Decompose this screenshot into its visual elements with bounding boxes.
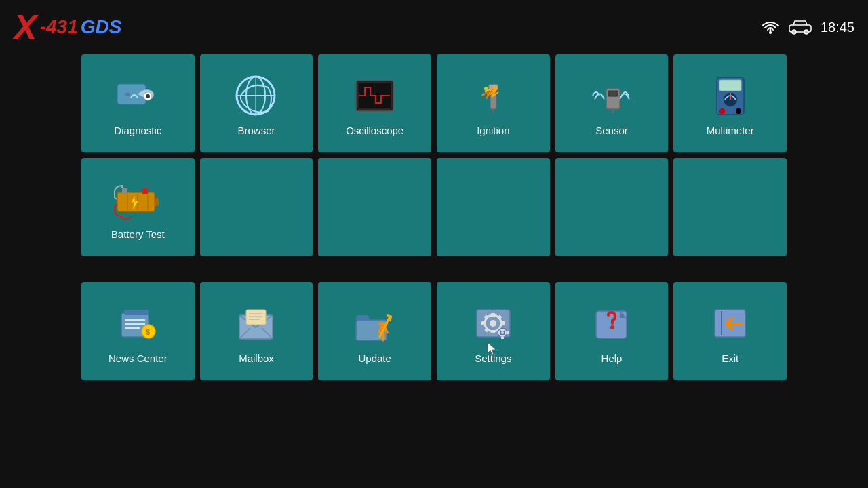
tile-multimeter[interactable]: Multimeter: [673, 54, 787, 152]
update-label: Update: [358, 352, 391, 364]
svg-rect-34: [122, 188, 127, 194]
svg-point-71: [610, 325, 614, 329]
svg-rect-57: [481, 321, 485, 325]
tile-exit[interactable]: Exit: [673, 282, 787, 380]
tile-empty-4: [555, 158, 669, 256]
mailbox-label: Mailbox: [239, 352, 274, 364]
diagnostic-label: Diagnostic: [114, 125, 161, 136]
tile-diagnostic[interactable]: Diagnostic: [81, 54, 195, 152]
svg-point-65: [501, 331, 504, 334]
oscilloscope-label: Oscilloscope: [346, 125, 403, 136]
svg-point-27: [719, 108, 725, 114]
tile-oscilloscope[interactable]: Oscilloscope: [318, 54, 431, 152]
svg-point-28: [736, 108, 741, 114]
svg-rect-56: [491, 330, 495, 333]
tile-ignition[interactable]: Ignition: [437, 54, 550, 152]
svg-rect-68: [498, 331, 500, 334]
browser-icon: [233, 72, 280, 119]
ignition-icon: [469, 72, 517, 119]
tile-help[interactable]: Help: [555, 282, 669, 380]
battery-test-icon: [114, 176, 161, 223]
tile-empty-5: [673, 158, 787, 256]
svg-rect-69: [507, 331, 509, 334]
svg-rect-58: [502, 321, 505, 325]
browser-label: Browser: [237, 125, 275, 136]
multimeter-label: Multimeter: [707, 125, 754, 136]
apps-row-3: $ News Center: [81, 282, 787, 380]
battery-test-label: Battery Test: [111, 228, 165, 240]
help-icon: [588, 300, 635, 347]
car-icon: [788, 20, 812, 35]
tile-settings[interactable]: Settings: [437, 282, 550, 380]
help-label: Help: [601, 352, 623, 364]
clock: 18:45: [821, 20, 854, 35]
svg-rect-55: [491, 313, 495, 317]
ignition-label: Ignition: [477, 125, 509, 136]
logo: X -431 GDS: [14, 9, 121, 45]
svg-point-54: [490, 320, 496, 327]
svg-rect-35: [142, 188, 148, 194]
logo-gds: GDS: [81, 16, 122, 38]
svg-rect-37: [124, 310, 149, 315]
status-bar: 18:45: [761, 20, 854, 35]
svg-point-0: [769, 31, 772, 34]
svg-rect-66: [501, 329, 504, 331]
header: X -431 GDS 18:45: [0, 0, 868, 54]
sensor-label: Sensor: [595, 125, 628, 136]
apps-row-2: Battery Test: [81, 158, 787, 256]
exit-icon: [707, 300, 754, 347]
svg-rect-21: [608, 91, 618, 96]
tile-mailbox[interactable]: Mailbox: [200, 282, 313, 380]
exit-label: Exit: [722, 352, 738, 364]
tile-empty-1: [200, 158, 313, 256]
svg-text:$: $: [146, 328, 150, 336]
tile-empty-2: [318, 158, 431, 256]
svg-rect-46: [246, 310, 266, 325]
svg-rect-30: [155, 198, 159, 206]
apps-row-1: Diagnostic Browser: [81, 54, 787, 152]
logo-x: X: [14, 9, 37, 45]
tile-news-center[interactable]: $ News Center: [81, 282, 195, 380]
mailbox-icon: [233, 300, 280, 347]
svg-point-19: [482, 93, 485, 96]
settings-icon: [469, 300, 517, 347]
svg-rect-24: [719, 80, 741, 91]
svg-point-18: [484, 87, 488, 91]
main-grid: Diagnostic Browser: [0, 54, 868, 380]
tile-battery-test[interactable]: Battery Test: [81, 158, 195, 256]
svg-point-6: [146, 94, 150, 98]
tile-update[interactable]: Update: [318, 282, 431, 380]
multimeter-icon: [707, 72, 754, 119]
news-center-icon: $: [114, 300, 161, 347]
update-icon: [351, 300, 399, 347]
tile-browser[interactable]: Browser: [200, 54, 313, 152]
sensor-icon: [588, 72, 635, 119]
news-center-label: News Center: [108, 352, 167, 364]
spacer: [81, 262, 787, 282]
diagnostic-icon: [114, 72, 161, 119]
logo-dash: -431: [40, 16, 78, 38]
wifi-icon: [761, 20, 780, 35]
oscilloscope-icon: [351, 72, 399, 119]
tile-sensor[interactable]: Sensor: [555, 54, 669, 152]
settings-label: Settings: [475, 352, 511, 364]
tile-empty-3: [437, 158, 550, 256]
svg-rect-67: [501, 337, 504, 339]
